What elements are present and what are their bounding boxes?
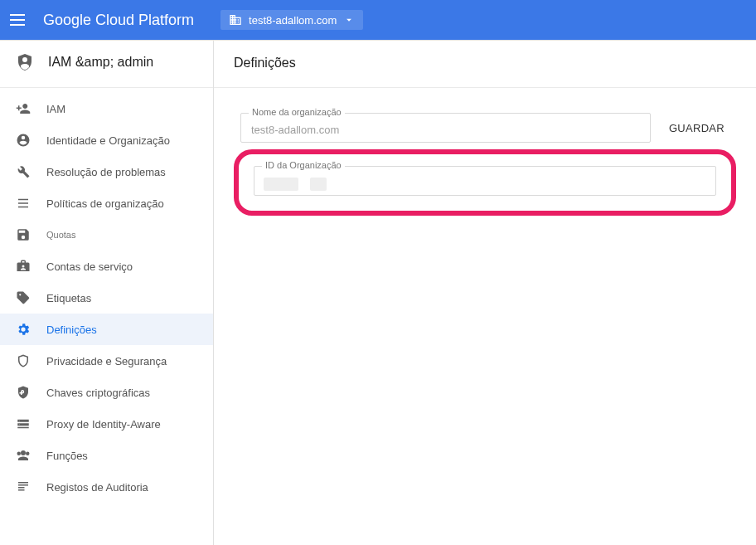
sidebar-item-label: Privacidade e Segurança <box>46 355 167 367</box>
shield-outline-icon <box>15 353 32 369</box>
project-name: test8-adallom.com <box>249 14 337 27</box>
shield-icon <box>15 52 35 72</box>
sidebar-item-label: Contas de serviço <box>46 260 133 273</box>
sidebar-title: IAM &amp; admin <box>48 55 153 70</box>
top-bar: Google Cloud Platform test8-adallom.com <box>0 0 756 40</box>
organization-icon <box>229 13 242 27</box>
sidebar: IAM &amp; admin IAMIdentidade e Organiza… <box>0 41 214 545</box>
sidebar-item-11[interactable]: Funções <box>0 440 213 471</box>
sidebar-header: IAM &amp; admin <box>0 41 213 88</box>
sidebar-item-label: Resolução de problemas <box>46 166 166 178</box>
save-icon <box>15 226 32 243</box>
project-picker[interactable]: test8-adallom.com <box>220 10 363 30</box>
sidebar-item-label: Chaves criptográficas <box>46 387 150 399</box>
sidebar-item-8[interactable]: Privacidade e Segurança <box>0 345 213 377</box>
sidebar-item-label: Etiquetas <box>46 292 91 304</box>
save-button[interactable]: GUARDAR <box>664 115 729 141</box>
sidebar-item-3[interactable]: Políticas de organização <box>0 187 213 219</box>
list-icon <box>15 195 32 212</box>
sidebar-item-9[interactable]: Chaves criptográficas <box>0 377 213 408</box>
sidebar-item-label: Proxy de Identity-Aware <box>46 418 161 431</box>
person-circle-icon <box>15 132 32 148</box>
key-shield-icon <box>15 384 32 401</box>
sidebar-item-12[interactable]: Registos de Auditoria <box>0 471 213 503</box>
sidebar-item-4[interactable]: Quotas <box>0 219 213 251</box>
page-title: Definições <box>214 41 756 88</box>
sidebar-item-7[interactable]: Definições <box>0 314 213 345</box>
chevron-down-icon <box>343 14 355 26</box>
redacted-block <box>264 178 298 191</box>
sidebar-item-5[interactable]: Contas de serviço <box>0 251 213 282</box>
sidebar-item-2[interactable]: Resolução de problemas <box>0 156 213 187</box>
sidebar-nav: IAMIdentidade e OrganizaçãoResolução de … <box>0 88 213 503</box>
org-name-input[interactable] <box>240 113 651 143</box>
org-id-label: ID da Organização <box>262 160 345 170</box>
main-panel: Definições Nome da organização GUARDAR I… <box>214 41 756 545</box>
menu-icon[interactable] <box>10 10 30 30</box>
sidebar-item-1[interactable]: Identidade e Organização <box>0 124 213 156</box>
sidebar-item-label: Registos de Auditoria <box>46 481 148 494</box>
sidebar-item-label: Políticas de organização <box>46 197 164 210</box>
wrench-icon <box>15 163 32 180</box>
sidebar-item-0[interactable]: IAM <box>0 93 213 124</box>
redacted-block <box>310 178 327 191</box>
tag-icon <box>15 290 32 306</box>
sidebar-item-6[interactable]: Etiquetas <box>0 282 213 314</box>
gear-icon <box>15 321 32 338</box>
sidebar-item-label: Identidade e Organização <box>46 134 170 147</box>
person-add-icon <box>15 100 32 117</box>
sidebar-item-label: IAM <box>46 103 65 115</box>
sidebar-item-10[interactable]: Proxy de Identity-Aware <box>0 408 213 440</box>
org-name-label: Nome da organização <box>249 107 345 117</box>
sidebar-item-label: Definições <box>46 324 97 336</box>
roles-icon <box>15 447 32 464</box>
badge-icon <box>15 258 32 275</box>
sidebar-item-label: Funções <box>46 450 88 462</box>
sidebar-item-label: Quotas <box>46 230 75 240</box>
proxy-icon <box>15 416 32 432</box>
brand-title: Google Cloud Platform <box>43 12 194 29</box>
org-id-highlight: ID da Organização <box>234 149 736 216</box>
audit-icon <box>15 479 32 495</box>
org-name-field: Nome da organização <box>240 113 651 143</box>
